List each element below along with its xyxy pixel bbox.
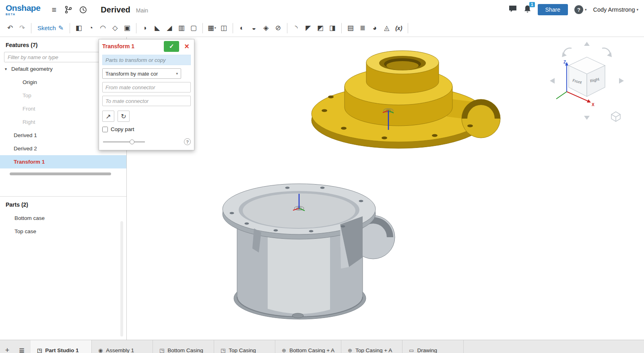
replace-face-icon[interactable]: ◩ bbox=[314, 22, 326, 34]
notifications-bell-icon[interactable]: 1 bbox=[524, 5, 531, 15]
opacity-slider[interactable] bbox=[103, 142, 145, 142]
fillet-icon[interactable]: ◗ bbox=[139, 22, 151, 34]
extrude-icon[interactable]: ◧ bbox=[73, 22, 85, 34]
part-item-bottom-case[interactable]: Bottom case bbox=[0, 211, 126, 225]
tab-type-icon: ◉ bbox=[98, 347, 103, 353]
chamfer-icon[interactable]: ◣ bbox=[151, 22, 163, 34]
redo-icon[interactable]: ↷ bbox=[16, 22, 28, 34]
modify-fillet-icon[interactable]: ◝ bbox=[290, 22, 302, 34]
export-icon[interactable]: ◬ bbox=[381, 22, 393, 34]
chat-bubble-glyph bbox=[508, 5, 517, 13]
tab-drawing[interactable]: ▭ Drawing bbox=[402, 340, 464, 353]
document-tabs: ◳ Part Studio 1 ◉ Assembly 1 ◳ Bottom Ca… bbox=[31, 340, 644, 353]
copy-part-checkbox[interactable] bbox=[102, 127, 108, 132]
part-bottom-case-3d[interactable] bbox=[219, 177, 409, 326]
cube-faces[interactable]: Front Right bbox=[569, 57, 605, 96]
panel-vscrollbar[interactable] bbox=[120, 221, 123, 337]
rotate-up-arrow[interactable] bbox=[584, 42, 590, 46]
transform-icon[interactable]: ◈ bbox=[260, 22, 272, 34]
transform-type-value: Transform by mate cor bbox=[105, 71, 158, 77]
view-home-icon[interactable] bbox=[610, 111, 621, 122]
main-menu-icon[interactable]: ≡ bbox=[47, 3, 61, 16]
user-name: Cody Armstrong bbox=[593, 6, 635, 13]
toolbar-divider bbox=[31, 23, 31, 33]
configurations-icon[interactable]: ≣ bbox=[357, 22, 369, 34]
add-tab-button[interactable]: + bbox=[0, 340, 14, 353]
accept-button[interactable]: ✓ bbox=[164, 41, 179, 52]
boolean-icon[interactable]: ◐ bbox=[236, 22, 248, 34]
rotate-left-arrow[interactable] bbox=[550, 78, 555, 84]
sweep-icon[interactable]: ◠ bbox=[97, 22, 109, 34]
toolbar-divider bbox=[341, 23, 342, 33]
thicken-icon[interactable]: ▣ bbox=[121, 22, 133, 34]
to-mate-connector-field[interactable] bbox=[102, 96, 191, 106]
dialog-header: Transform 1 ✓ × bbox=[99, 39, 194, 53]
workspace-name[interactable]: Main bbox=[136, 6, 148, 14]
copy-part-option: Copy part bbox=[102, 126, 191, 132]
sketch-button[interactable]: Sketch ✎ bbox=[37, 24, 64, 32]
toolbar-divider bbox=[233, 23, 233, 33]
slider-handle[interactable] bbox=[130, 140, 134, 144]
toolbar-divider bbox=[408, 23, 408, 33]
loft-icon[interactable]: ◇ bbox=[109, 22, 121, 34]
toolbar-divider bbox=[202, 23, 203, 33]
history-clock-icon[interactable] bbox=[76, 3, 90, 16]
shell-icon[interactable]: ▢ bbox=[188, 22, 200, 34]
help-menu[interactable]: ? ▾ bbox=[574, 5, 587, 14]
history-icon[interactable]: ◕ bbox=[369, 22, 381, 34]
variables-icon[interactable]: (x) bbox=[393, 22, 405, 34]
parts-to-transform-field[interactable]: Parts to transform or copy bbox=[102, 55, 191, 65]
x-axis-label: X bbox=[592, 103, 594, 107]
rib-icon[interactable]: ▥ bbox=[175, 22, 188, 34]
help-icon: ? bbox=[574, 5, 583, 14]
rotate-right-arrow[interactable] bbox=[619, 78, 624, 84]
undo-icon[interactable]: ↶ bbox=[4, 22, 16, 34]
comments-icon[interactable] bbox=[508, 5, 517, 14]
versions-branch-icon[interactable] bbox=[61, 3, 76, 16]
tab-type-icon: ⊕ bbox=[282, 347, 286, 353]
tab-bottom-casing-a[interactable]: ⊕ Bottom Casing + A bbox=[275, 340, 341, 353]
flip-axis-button[interactable]: ↗ bbox=[102, 111, 114, 122]
branch-glyph bbox=[65, 6, 72, 14]
top-bar: Onshape BETA ≡ Derived Main 1 bbox=[0, 0, 644, 19]
move-face-icon[interactable]: ◤ bbox=[302, 22, 314, 34]
tab-part-studio-1[interactable]: ◳ Part Studio 1 bbox=[31, 340, 92, 353]
composite-part-icon[interactable]: ▤ bbox=[345, 22, 357, 34]
split-icon[interactable]: ◒ bbox=[248, 22, 260, 34]
features-hscrollbar-thumb[interactable] bbox=[10, 172, 111, 175]
feature-toolbar: ↶ ↷ Sketch ✎ ◧ ◔ ◠ ◇ ▣ bbox=[0, 19, 644, 37]
tab-top-casing-a[interactable]: ⊕ Top Casing + A bbox=[341, 340, 402, 353]
tab-type-icon: ◳ bbox=[221, 347, 225, 353]
roll-cw-arrow[interactable] bbox=[602, 48, 612, 57]
tab-bottom-casing[interactable]: ◳ Bottom Casing bbox=[153, 340, 214, 353]
onshape-logo[interactable]: Onshape BETA bbox=[6, 4, 40, 16]
revolve-icon[interactable]: ◔ bbox=[85, 22, 97, 34]
feature-item-transform-1[interactable]: Transform 1 bbox=[0, 155, 126, 168]
toolbar-divider bbox=[136, 23, 136, 33]
from-mate-connector-field[interactable] bbox=[102, 82, 191, 92]
offset-surface-icon[interactable]: ◨ bbox=[326, 22, 339, 34]
transform-type-dropdown[interactable]: Transform by mate cor ▾ bbox=[102, 68, 181, 79]
part-item-top-case[interactable]: Top case bbox=[0, 225, 126, 238]
view-cube[interactable]: Front Right Z X bbox=[548, 40, 625, 121]
dialog-body: Parts to transform or copy Transform by … bbox=[99, 53, 194, 150]
share-button[interactable]: Share bbox=[538, 4, 568, 15]
part-top-case-3d[interactable] bbox=[310, 38, 503, 156]
user-account-menu[interactable]: Cody Armstrong ▾ bbox=[593, 6, 639, 13]
rotate-down-arrow[interactable] bbox=[584, 116, 590, 120]
cancel-button[interactable]: × bbox=[183, 42, 191, 50]
toolbar-tools: ◧ ◔ ◠ ◇ ▣ ◗ bbox=[73, 22, 411, 34]
dialog-help-icon[interactable]: ? bbox=[184, 138, 191, 145]
mirror-icon[interactable]: ◫ bbox=[218, 22, 230, 34]
tab-assembly-1[interactable]: ◉ Assembly 1 bbox=[92, 340, 153, 353]
linear-pattern-icon[interactable]: ▦▾ bbox=[206, 22, 218, 34]
delete-part-icon[interactable]: ⊘ bbox=[272, 22, 284, 34]
tab-top-casing[interactable]: ◳ Top Casing bbox=[214, 340, 275, 353]
top-case-boss[interactable] bbox=[366, 51, 439, 93]
tab-manager-icon[interactable]: ≣ bbox=[14, 340, 29, 353]
roll-ccw-arrow[interactable] bbox=[562, 48, 572, 57]
chevron-down-icon: ▾ bbox=[585, 8, 587, 12]
reorient-axis-button[interactable]: ↻ bbox=[118, 111, 130, 122]
sketch-label: Sketch bbox=[37, 25, 56, 31]
draft-icon[interactable]: ◢ bbox=[163, 22, 175, 34]
